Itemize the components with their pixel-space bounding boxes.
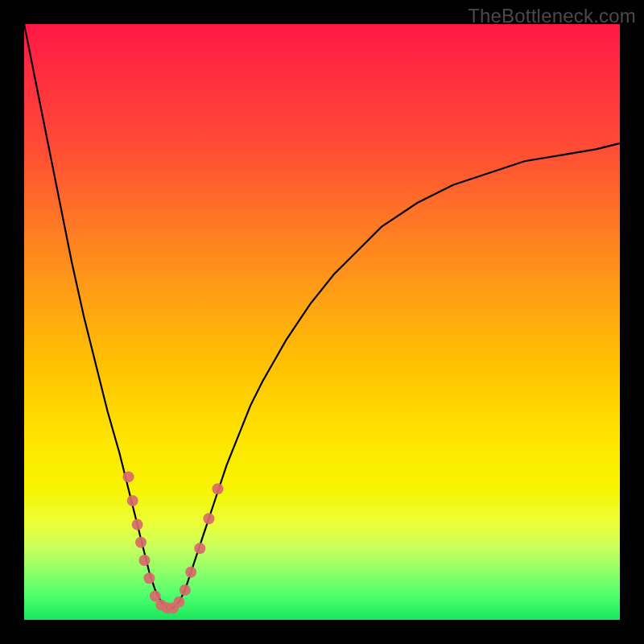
marker-dot xyxy=(143,572,155,584)
marker-dot xyxy=(194,543,205,554)
marker-dot xyxy=(213,483,224,494)
marker-dot xyxy=(173,597,184,608)
marker-dot xyxy=(185,567,196,578)
marker-dot xyxy=(203,513,214,524)
plot-area xyxy=(24,24,620,620)
marker-group xyxy=(123,471,224,613)
marker-dot xyxy=(127,495,138,506)
bottleneck-curve xyxy=(24,24,620,608)
marker-dot xyxy=(132,519,143,530)
watermark-text: TheBottleneck.com xyxy=(468,5,636,27)
marker-dot xyxy=(180,584,191,596)
marker-dot xyxy=(139,555,151,566)
marker-dot xyxy=(123,471,134,482)
curve-svg xyxy=(24,24,620,620)
marker-dot xyxy=(135,537,147,548)
chart-frame: TheBottleneck.com xyxy=(0,0,644,644)
